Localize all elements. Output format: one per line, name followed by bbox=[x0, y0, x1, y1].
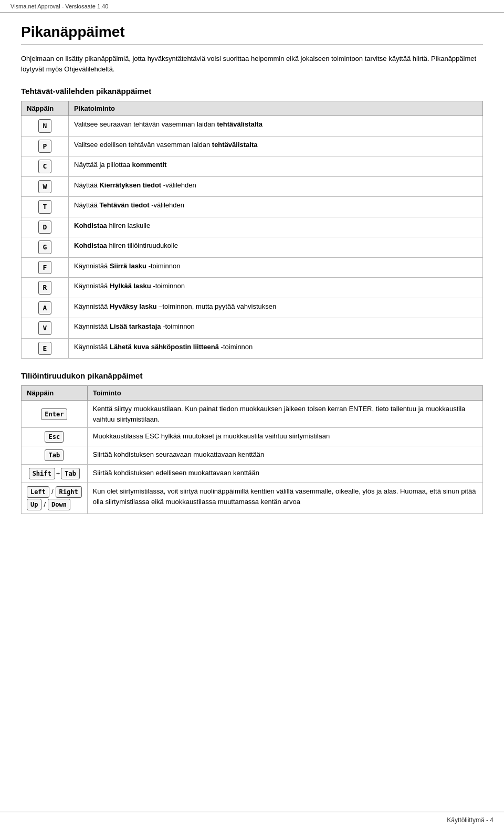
table-row: VKäynnistää Lisää tarkastaja -toiminnon bbox=[22, 318, 483, 339]
table-row: CNäyttää ja piilottaa kommentit bbox=[22, 156, 483, 177]
key-cell: A bbox=[22, 298, 69, 318]
key-cell: Left / RightUp / Down bbox=[22, 483, 88, 514]
key-cell: F bbox=[22, 257, 69, 278]
table-row: PValitsee edellisen tehtävän vasemman la… bbox=[22, 136, 483, 156]
keyboard-key: Shift bbox=[29, 468, 55, 479]
keyboard-key: Tab bbox=[61, 468, 80, 479]
key-cell: N bbox=[22, 116, 69, 137]
keyboard-key: Left bbox=[27, 486, 49, 498]
action-cell: Näyttää Kierrätyksen tiedot -välilehden bbox=[69, 176, 483, 197]
action-cell: Valitsee seuraavan tehtävän vasemman lai… bbox=[69, 116, 483, 137]
section1-col2-header: Pikatoiminto bbox=[69, 101, 483, 116]
section2-title: Tiliöintiruudukon pikanäppäimet bbox=[21, 371, 483, 380]
table-row: DKohdistaa hiiren laskulle bbox=[22, 217, 483, 237]
action-cell: Näyttää ja piilottaa kommentit bbox=[69, 156, 483, 177]
table-row: TNäyttää Tehtävän tiedot -välilehden bbox=[22, 197, 483, 217]
key-cell: Shift + Tab bbox=[22, 465, 88, 483]
key-row: Up / Down bbox=[27, 499, 70, 510]
table-row: EKäynnistää Lähetä kuva sähköpostin liit… bbox=[22, 338, 483, 359]
keyboard-key: N bbox=[38, 119, 52, 133]
table-row: GKohdistaa hiiren tiliöintiruudukolle bbox=[22, 237, 483, 258]
keyboard-key: F bbox=[38, 261, 52, 275]
action-cell: Käynnistää Lähetä kuva sähköpostin liitt… bbox=[69, 338, 483, 359]
section2-col2-header: Toiminto bbox=[87, 386, 482, 401]
key-cell: E bbox=[22, 338, 69, 359]
keyboard-key: R bbox=[38, 281, 52, 295]
section2-col1-header: Näppäin bbox=[22, 386, 88, 401]
table-row: WNäyttää Kierrätyksen tiedot -välilehden bbox=[22, 176, 483, 197]
key-cell: R bbox=[22, 278, 69, 298]
table-row: Left / RightUp / DownKun olet siirtymist… bbox=[22, 483, 483, 514]
keyboard-key: W bbox=[38, 180, 52, 194]
keyboard-key: Enter bbox=[41, 408, 67, 420]
key-row: Left / Right bbox=[27, 486, 82, 498]
key-cell: Enter bbox=[22, 401, 88, 428]
keyboard-key: T bbox=[38, 200, 52, 214]
section1-table: Näppäin Pikatoiminto NValitsee seuraavan… bbox=[21, 101, 483, 359]
key-cell: C bbox=[22, 156, 69, 177]
keyboard-key-combo: Shift + Tab bbox=[29, 468, 80, 479]
key-cell: G bbox=[22, 237, 69, 258]
action-cell: Käynnistää Siirrä lasku -toiminnon bbox=[69, 257, 483, 278]
section1-col1-header: Näppäin bbox=[22, 101, 69, 116]
key-cell: V bbox=[22, 318, 69, 339]
section2-table: Näppäin Toiminto EnterKenttä siirtyy muo… bbox=[21, 385, 483, 514]
action-cell: Kohdistaa hiiren tiliöintiruudukolle bbox=[69, 237, 483, 258]
section1-title: Tehtävät-välilehden pikanäppäimet bbox=[21, 87, 483, 96]
keyboard-key-group: Left / RightUp / Down bbox=[27, 486, 82, 510]
action-cell: Kun olet siirtymistilassa, voit siirtyä … bbox=[87, 483, 482, 514]
keyboard-key: V bbox=[38, 321, 52, 335]
keyboard-key: Esc bbox=[45, 431, 64, 443]
keyboard-key: C bbox=[38, 160, 52, 173]
keyboard-key: Tab bbox=[45, 449, 64, 461]
action-cell: Siirtää kohdistuksen edelliseen muokatta… bbox=[87, 465, 482, 483]
intro-paragraph: Ohjelmaan on lisätty pikanäppäimiä, jott… bbox=[21, 54, 483, 74]
keyboard-key: E bbox=[38, 342, 52, 355]
table-row: RKäynnistää Hylkää lasku -toiminnon bbox=[22, 278, 483, 298]
header-title: Visma.net Approval - Versiosaate 1.40 bbox=[10, 3, 108, 9]
table-row: AKäynnistää Hyväksy lasku –toiminnon, mu… bbox=[22, 298, 483, 318]
action-cell: Näyttää Tehtävän tiedot -välilehden bbox=[69, 197, 483, 217]
page-title: Pikanäppäimet bbox=[21, 24, 483, 45]
key-cell: P bbox=[22, 136, 69, 156]
table-row: EnterKenttä siirtyy muokkaustilaan. Kun … bbox=[22, 401, 483, 428]
keyboard-key: G bbox=[38, 240, 52, 254]
key-cell: T bbox=[22, 197, 69, 217]
action-cell: Kohdistaa hiiren laskulle bbox=[69, 217, 483, 237]
action-cell: Kenttä siirtyy muokkaustilaan. Kun paina… bbox=[87, 401, 482, 428]
key-cell: Tab bbox=[22, 446, 88, 465]
footer-text: Käyttöliittymä - 4 bbox=[447, 816, 494, 824]
keyboard-key: A bbox=[38, 301, 52, 315]
keyboard-key: Down bbox=[48, 499, 70, 510]
keyboard-key: Up bbox=[27, 499, 41, 510]
table-row: Shift + TabSiirtää kohdistuksen edellise… bbox=[22, 465, 483, 483]
table-row: EscMuokkaustilassa ESC hylkää muutokset … bbox=[22, 428, 483, 446]
keyboard-key: P bbox=[38, 140, 52, 153]
action-cell: Siirtää kohdistuksen seuraavaan muokatta… bbox=[87, 446, 482, 465]
action-cell: Käynnistää Hyväksy lasku –toiminnon, mut… bbox=[69, 298, 483, 318]
action-cell: Käynnistää Lisää tarkastaja -toiminnon bbox=[69, 318, 483, 339]
key-cell: Esc bbox=[22, 428, 88, 446]
action-cell: Käynnistää Hylkää lasku -toiminnon bbox=[69, 278, 483, 298]
table-row: TabSiirtää kohdistuksen seuraavaan muoka… bbox=[22, 446, 483, 465]
key-cell: W bbox=[22, 176, 69, 197]
key-cell: D bbox=[22, 217, 69, 237]
action-cell: Valitsee edellisen tehtävän vasemman lai… bbox=[69, 136, 483, 156]
action-cell: Muokkaustilassa ESC hylkää muutokset ja … bbox=[87, 428, 482, 446]
keyboard-key: D bbox=[38, 221, 52, 234]
keyboard-key: Right bbox=[56, 486, 82, 498]
table-row: FKäynnistää Siirrä lasku -toiminnon bbox=[22, 257, 483, 278]
table-row: NValitsee seuraavan tehtävän vasemman la… bbox=[22, 116, 483, 137]
